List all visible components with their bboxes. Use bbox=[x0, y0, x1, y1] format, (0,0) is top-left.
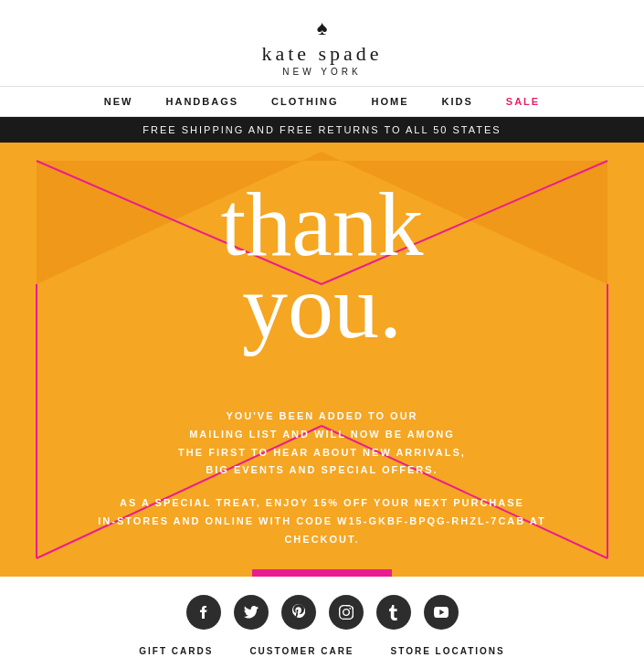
promo-banner: FREE SHIPPING AND FREE RETURNS TO ALL 50… bbox=[0, 117, 644, 143]
thank-you-heading: thank you. bbox=[220, 179, 423, 353]
envelope-body-text: YOU'VE BEEN ADDED TO OUR MAILING LIST AN… bbox=[98, 408, 545, 549]
store-locations-link[interactable]: STORE LOCATIONS bbox=[391, 646, 505, 656]
instagram-icon[interactable] bbox=[329, 595, 364, 630]
facebook-icon[interactable] bbox=[186, 595, 221, 630]
envelope-section: thank you. YOU'VE BEEN ADDED TO OUR MAIL… bbox=[0, 143, 644, 577]
footer: GIFT CARDS CUSTOMER CARE STORE LOCATIONS bbox=[0, 577, 644, 668]
header: ♠ kate spade NEW YORK bbox=[0, 0, 644, 86]
youtube-icon[interactable] bbox=[424, 595, 459, 630]
footer-links-row: GIFT CARDS CUSTOMER CARE STORE LOCATIONS bbox=[139, 646, 504, 656]
customer-care-link[interactable]: CUSTOMER CARE bbox=[249, 646, 354, 656]
banner-text: FREE SHIPPING AND FREE RETURNS TO ALL 50… bbox=[143, 124, 501, 135]
gift-cards-link[interactable]: GIFT CARDS bbox=[139, 646, 213, 656]
promo-code-text: AS A SPECIAL TREAT, ENJOY 15% OFF YOUR N… bbox=[98, 494, 545, 548]
social-icons-row bbox=[186, 595, 459, 630]
twitter-icon[interactable] bbox=[234, 595, 269, 630]
nav-item-home[interactable]: HOME bbox=[372, 96, 409, 107]
nav-item-clothing[interactable]: CLOTHING bbox=[271, 96, 338, 107]
nav-item-new[interactable]: NEW bbox=[104, 96, 133, 107]
nav-item-kids[interactable]: KIDS bbox=[442, 96, 473, 107]
brand-name: kate spade bbox=[261, 42, 382, 66]
mailing-list-text: YOU'VE BEEN ADDED TO OUR MAILING LIST AN… bbox=[98, 408, 545, 480]
pinterest-icon[interactable] bbox=[281, 595, 316, 630]
shop-now-button[interactable]: SHOP NOW ► bbox=[252, 569, 393, 577]
nav-item-sale[interactable]: SALE bbox=[506, 96, 540, 107]
brand-sub: NEW YORK bbox=[282, 67, 361, 77]
thank-line2: you. bbox=[220, 261, 423, 353]
nav-item-handbags[interactable]: HANDBAGS bbox=[166, 96, 239, 107]
tumblr-icon[interactable] bbox=[376, 595, 411, 630]
main-nav: NEW HANDBAGS CLOTHING HOME KIDS SALE bbox=[0, 86, 644, 117]
svg-point-11 bbox=[349, 608, 351, 610]
spade-icon: ♠ bbox=[317, 16, 328, 40]
